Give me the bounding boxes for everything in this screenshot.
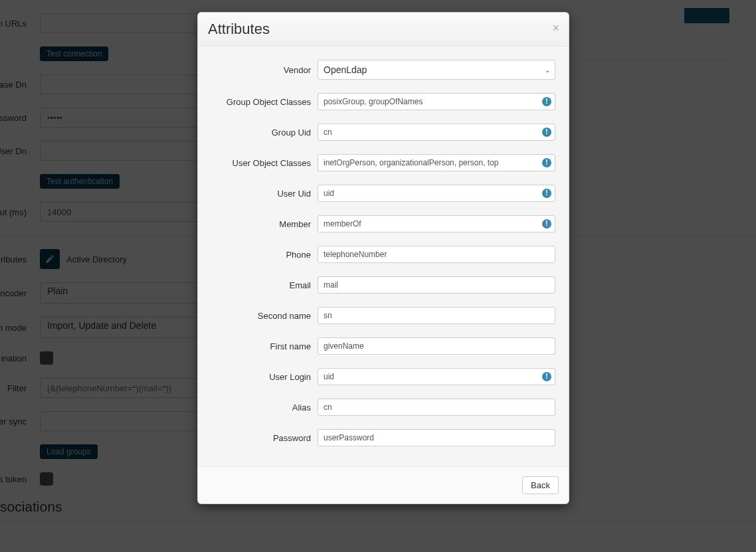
- label-email: Email: [211, 280, 318, 290]
- label-user-login: User Login: [211, 372, 318, 382]
- info-icon[interactable]: !: [542, 372, 551, 381]
- label-vendor: Vendor: [211, 65, 318, 75]
- select-vendor[interactable]: OpenLdap: [318, 60, 555, 80]
- label-group-object-classes: Group Object Classes: [211, 97, 318, 107]
- back-button[interactable]: Back: [522, 476, 559, 494]
- attributes-modal: Attributes × Vendor OpenLdap ⌄ Group Obj…: [197, 12, 569, 504]
- label-first-name: First name: [211, 341, 318, 351]
- info-icon[interactable]: !: [542, 219, 551, 229]
- input-alias[interactable]: [318, 399, 555, 416]
- input-user-login[interactable]: [318, 368, 555, 385]
- modal-title: Attributes: [208, 21, 559, 38]
- label-user-object-classes: User Object Classes: [211, 158, 318, 168]
- input-user-object-classes[interactable]: [318, 154, 555, 171]
- input-email[interactable]: [318, 276, 555, 294]
- label-password-attr: Password: [211, 433, 318, 443]
- input-second-name[interactable]: [318, 307, 555, 324]
- label-user-uid: User Uid: [211, 189, 318, 199]
- input-user-uid[interactable]: [318, 185, 555, 202]
- label-phone: Phone: [211, 250, 318, 260]
- modal-close-button[interactable]: ×: [552, 22, 559, 34]
- info-icon[interactable]: !: [542, 97, 551, 106]
- modal-footer: Back: [198, 466, 569, 504]
- input-phone[interactable]: [318, 246, 555, 263]
- modal-body: Vendor OpenLdap ⌄ Group Object Classes !…: [198, 46, 569, 466]
- label-group-uid: Group Uid: [211, 128, 318, 138]
- input-group-object-classes[interactable]: [318, 93, 555, 110]
- input-member[interactable]: [318, 215, 555, 232]
- input-password-attr[interactable]: [318, 429, 555, 446]
- info-icon[interactable]: !: [542, 189, 551, 198]
- input-group-uid[interactable]: [318, 124, 555, 141]
- label-alias: Alias: [211, 403, 318, 413]
- label-second-name: Second name: [211, 311, 318, 321]
- input-first-name[interactable]: [318, 337, 555, 355]
- label-member: Member: [211, 219, 318, 229]
- info-icon[interactable]: !: [542, 158, 551, 167]
- close-icon: ×: [552, 21, 559, 35]
- info-icon[interactable]: !: [542, 128, 551, 137]
- modal-header: Attributes ×: [198, 13, 569, 46]
